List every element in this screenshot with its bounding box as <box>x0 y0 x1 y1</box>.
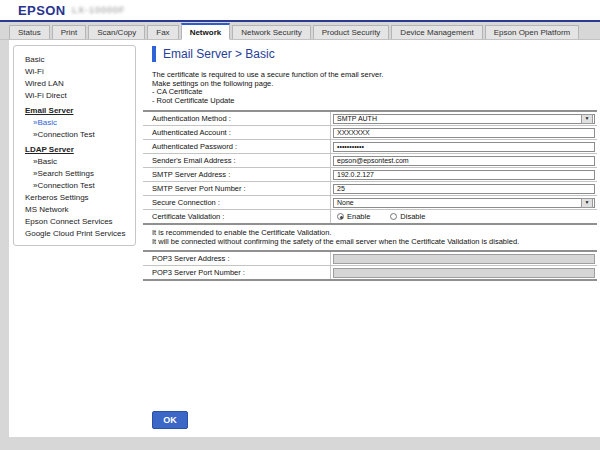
certificate-validation-radio-group: Enable Disable <box>333 212 425 221</box>
table-row: Authenticated Account : <box>143 126 597 140</box>
sidebar-item-epson-connect-services[interactable]: Epson Connect Services <box>14 215 135 227</box>
secure-connection-select[interactable]: None ▼ <box>333 198 595 208</box>
tab-fax[interactable]: Fax <box>147 25 178 39</box>
sidebar-item-ms-network[interactable]: MS Network <box>14 203 135 215</box>
intro-text: The certificate is required to use a sec… <box>152 71 597 105</box>
field-label: Certificate Validation : <box>143 210 330 223</box>
table-row: SMTP Server Address : <box>143 168 597 182</box>
radio-label: Disable <box>400 212 425 221</box>
tab-product-security[interactable]: Product Security <box>313 25 390 39</box>
page-title: Email Server > Basic <box>163 47 275 61</box>
sidebar-item-ldap-basic[interactable]: »Basic <box>14 155 135 167</box>
field-label: Authenticated Account : <box>143 126 330 139</box>
certificate-validation-enable-radio[interactable]: Enable <box>337 212 370 221</box>
sidebar-item-email-server-connection-test[interactable]: »Connection Test <box>14 128 135 140</box>
tab-device-management[interactable]: Device Management <box>391 25 482 39</box>
pop3-settings-table: POP3 Server Address : POP3 Server Port N… <box>143 250 597 281</box>
table-row: Certificate Validation : Enable Disable <box>143 210 597 223</box>
left-gutter <box>0 40 9 437</box>
smtp-server-port-number-input[interactable] <box>333 184 595 194</box>
sidebar-item-kerberos-settings[interactable]: Kerberos Settings <box>14 191 135 203</box>
table-row: Authenticated Password : <box>143 140 597 154</box>
pop3-server-address-input <box>333 254 595 264</box>
tab-status[interactable]: Status <box>9 25 50 39</box>
note-line: It will be connected without confirming … <box>152 238 597 247</box>
radio-checked-icon <box>337 213 344 220</box>
field-label: Sender's Email Address : <box>143 154 330 167</box>
sidebar-item-wifi[interactable]: Wi-Fi <box>14 65 135 77</box>
field-label: POP3 Server Port Number : <box>143 266 330 279</box>
authenticated-password-input[interactable] <box>333 142 595 152</box>
field-label: Secure Connection : <box>143 196 330 209</box>
sidebar-item-ldap-search-settings[interactable]: »Search Settings <box>14 167 135 179</box>
field-label: POP3 Server Address : <box>143 252 330 265</box>
field-label: Authentication Method : <box>143 112 330 125</box>
authenticated-account-input[interactable] <box>333 128 595 138</box>
ok-button[interactable]: OK <box>152 411 188 429</box>
radio-unchecked-icon <box>390 213 397 220</box>
chevron-down-icon: ▼ <box>581 198 593 208</box>
app-header: EPSON LX-10000F <box>0 0 600 20</box>
sidebar-item-google-cloud-print-services[interactable]: Google Cloud Print Services <box>14 227 135 239</box>
sidebar-item-basic[interactable]: Basic <box>14 53 135 65</box>
page-title-row: Email Server > Basic <box>152 45 597 63</box>
intro-line: Make settings on the following page. <box>152 80 597 89</box>
pop3-server-port-number-input <box>333 268 595 278</box>
field-label: SMTP Server Address : <box>143 168 330 181</box>
senders-email-address-input[interactable] <box>333 156 595 166</box>
selected-value: SMTP AUTH <box>337 115 377 122</box>
table-row: POP3 Server Address : <box>143 252 597 266</box>
table-row: SMTP Server Port Number : <box>143 182 597 196</box>
field-label: Authenticated Password : <box>143 140 330 153</box>
table-row: POP3 Server Port Number : <box>143 266 597 279</box>
table-row: Sender's Email Address : <box>143 154 597 168</box>
sidebar-item-email-server-basic[interactable]: »Basic <box>14 116 135 128</box>
tab-network[interactable]: Network <box>181 23 231 40</box>
certificate-validation-note: It is recommended to enable the Certific… <box>152 229 597 246</box>
table-row: Authentication Method : SMTP AUTH ▼ <box>143 112 597 126</box>
title-accent-bar <box>152 46 156 62</box>
authentication-method-select[interactable]: SMTP AUTH ▼ <box>333 114 595 124</box>
sidebar-item-wifi-direct[interactable]: Wi-Fi Direct <box>14 89 135 101</box>
sidebar-item-ldap-connection-test[interactable]: »Connection Test <box>14 179 135 191</box>
certificate-validation-disable-radio[interactable]: Disable <box>390 212 425 221</box>
table-row: Secure Connection : None ▼ <box>143 196 597 210</box>
sidebar-item-wired-lan[interactable]: Wired LAN <box>14 77 135 89</box>
tab-network-security[interactable]: Network Security <box>232 25 310 39</box>
network-sidebar: Basic Wi-Fi Wired LAN Wi-Fi Direct Email… <box>13 45 136 246</box>
sidebar-group-ldap-server[interactable]: LDAP Server <box>14 143 135 155</box>
epson-logo: EPSON <box>18 3 66 18</box>
email-server-settings-table: Authentication Method : SMTP AUTH ▼ Auth… <box>143 110 597 225</box>
tab-print[interactable]: Print <box>52 25 86 39</box>
main-content: Email Server > Basic The certificate is … <box>143 45 597 281</box>
radio-label: Enable <box>347 212 370 221</box>
sidebar-group-email-server[interactable]: Email Server <box>14 104 135 116</box>
smtp-server-address-input[interactable] <box>333 170 595 180</box>
field-label: SMTP Server Port Number : <box>143 182 330 195</box>
chevron-down-icon: ▼ <box>581 114 593 124</box>
intro-line: - Root Certificate Update <box>152 97 597 106</box>
tab-epson-open-platform[interactable]: Epson Open Platform <box>485 25 579 39</box>
tab-scan-copy[interactable]: Scan/Copy <box>88 25 145 39</box>
main-tab-bar: Status Print Scan/Copy Fax Network Netwo… <box>0 22 600 40</box>
bottom-gutter <box>0 437 600 450</box>
selected-value: None <box>337 199 354 206</box>
printer-model: LX-10000F <box>72 5 126 15</box>
